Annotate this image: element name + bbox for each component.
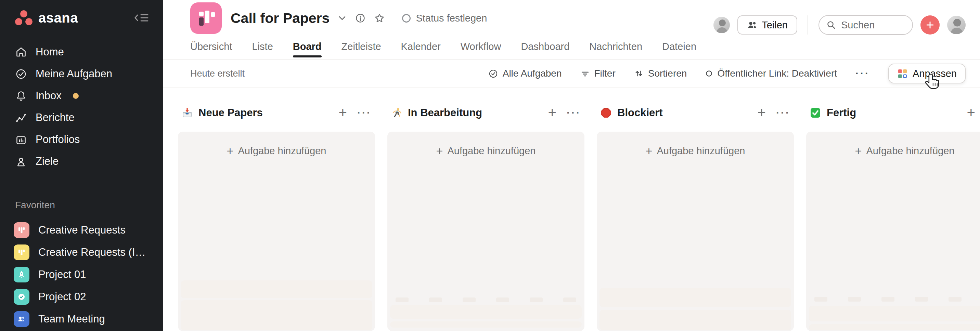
page-title: Call for Papers (231, 10, 329, 26)
star-icon[interactable] (374, 13, 385, 24)
add-task-icon[interactable]: + (339, 106, 347, 120)
plus-icon (926, 21, 934, 29)
plus-icon: + (436, 146, 443, 156)
search-bar[interactable] (818, 15, 913, 35)
sidebar-item-berichte[interactable]: Berichte (0, 107, 163, 128)
sidebar-favorite-project-01[interactable]: Project 01 (0, 263, 163, 285)
favorite-label: Creative Requests (38, 224, 126, 236)
filter-icon (580, 69, 590, 78)
chevron-down-icon[interactable] (338, 14, 347, 22)
user-avatar[interactable] (947, 16, 966, 34)
project-tabs: Übersicht Liste Board Zeitleiste Kalende… (163, 34, 980, 60)
column-body: + Aufgabe hinzufügen (597, 131, 794, 331)
home-icon (15, 46, 27, 58)
collaborator-avatar[interactable] (713, 17, 730, 33)
filter-button[interactable]: Filter (580, 68, 616, 79)
create-button[interactable] (920, 15, 940, 35)
tab-workflow[interactable]: Workflow (461, 34, 501, 59)
asana-logo[interactable]: asana (15, 10, 78, 25)
column-header: In Bearbeitung + ··· (387, 103, 584, 122)
asana-logo-text: asana (38, 10, 78, 25)
add-task-button[interactable]: + Aufgabe hinzufügen (646, 141, 745, 160)
sidebar-item-home[interactable]: Home (0, 41, 163, 63)
all-tasks-filter[interactable]: Alle Aufgaben (488, 68, 562, 79)
toolbar-overflow-icon[interactable]: ··· (856, 68, 870, 79)
tab-uebersicht[interactable]: Übersicht (190, 34, 232, 59)
sidebar-favorite-team-meeting[interactable]: Team Meeting (0, 308, 163, 330)
sidebar-item-label: Portfolios (36, 133, 80, 146)
sidebar-item-meine-aufgaben[interactable]: Meine Aufgaben (0, 63, 163, 85)
tab-board[interactable]: Board (293, 34, 321, 59)
app-window: asana Home Meine Aufgaben Inbox (0, 0, 980, 331)
sidebar-logo-row: asana (0, 8, 163, 27)
add-task-label: Aufgabe hinzufügen (657, 145, 745, 157)
column-menu-icon[interactable]: ··· (776, 107, 791, 119)
add-task-button[interactable]: + Aufgabe hinzufügen (436, 141, 536, 160)
column-title[interactable]: Neue Papers (199, 107, 333, 119)
column-title[interactable]: Blockiert (617, 107, 752, 119)
main-content: Call for Papers Status festlegen (163, 0, 980, 331)
column-menu-icon[interactable]: ··· (566, 107, 581, 119)
tab-nachrichten[interactable]: Nachrichten (589, 34, 642, 59)
set-status-button[interactable]: Status festlegen (402, 13, 487, 24)
favorite-label: Project 02 (38, 291, 86, 303)
rocket-project-icon (14, 267, 29, 282)
tab-dashboard[interactable]: Dashboard (521, 34, 570, 59)
sidebar-item-ziele[interactable]: Ziele (0, 150, 163, 172)
asana-logo-icon (15, 10, 32, 25)
column-body: + Aufgabe hinzufügen (178, 131, 375, 331)
add-task-label: Aufgabe hinzufügen (447, 145, 536, 157)
customize-button[interactable]: Anpassen (888, 63, 966, 84)
tab-liste[interactable]: Liste (252, 34, 273, 59)
tab-kalender[interactable]: Kalender (401, 34, 441, 59)
sidebar-favorite-project-02[interactable]: Project 02 (0, 285, 163, 308)
board-toolbar: Heute erstellt Alle Aufgaben Filter Sort… (163, 60, 980, 88)
add-task-icon[interactable]: + (757, 106, 766, 120)
share-button[interactable]: Teilen (737, 15, 797, 35)
add-task-button[interactable]: + Aufgabe hinzufügen (855, 141, 955, 160)
sidebar-item-label: Meine Aufgaben (36, 68, 112, 80)
column-body: + Aufgabe hinzufügen (387, 131, 584, 331)
check-mark-icon (810, 107, 821, 119)
add-task-label: Aufgabe hinzufügen (866, 145, 955, 157)
sort-arrows-icon (634, 69, 644, 78)
favorites-section-label: Favoriten (15, 200, 163, 211)
info-icon[interactable] (355, 13, 366, 24)
board-project-icon (14, 244, 29, 260)
skeleton-card (809, 306, 980, 321)
project-title-group: Call for Papers Status festlegen (190, 2, 487, 34)
sidebar-item-portfolios[interactable]: Portfolios (0, 128, 163, 150)
skeleton-card (815, 297, 980, 302)
people-icon (747, 20, 757, 30)
tab-dateien[interactable]: Dateien (662, 34, 696, 59)
header-divider (808, 15, 808, 35)
board-column-fertig: Fertig + ··· + Aufgabe hinzufügen (806, 103, 980, 331)
circle-icon (705, 70, 713, 77)
column-menu-icon[interactable]: ··· (357, 107, 372, 119)
favorite-label: Creative Requests (I… (38, 246, 146, 258)
sort-button[interactable]: Sortieren (634, 68, 687, 79)
inbox-tray-icon (181, 107, 193, 119)
skeleton-card (809, 324, 980, 330)
add-task-icon[interactable]: + (967, 106, 975, 120)
inbox-unread-dot (73, 93, 79, 99)
add-task-button[interactable]: + Aufgabe hinzufügen (227, 141, 326, 160)
column-title[interactable]: Fertig (827, 107, 961, 119)
column-title[interactable]: In Bearbeitung (408, 107, 542, 119)
project-board-icon[interactable] (190, 2, 222, 34)
public-link-button[interactable]: Öffentlicher Link: Deaktiviert (705, 68, 837, 79)
add-task-label: Aufgabe hinzufügen (238, 145, 326, 157)
collapse-sidebar-icon[interactable] (134, 12, 149, 24)
sidebar-nav: Home Meine Aufgaben Inbox Berichte Portf… (0, 41, 163, 172)
tab-zeitleiste[interactable]: Zeitleiste (342, 34, 381, 59)
favorite-label: Team Meeting (38, 313, 105, 325)
search-input[interactable] (841, 19, 903, 31)
share-button-label: Teilen (762, 19, 788, 31)
add-task-icon[interactable]: + (548, 106, 556, 120)
sidebar-favorite-creative-requests-2[interactable]: Creative Requests (I… (0, 241, 163, 263)
created-today-label: Heute erstellt (190, 68, 245, 79)
board-column-neue-papers: Neue Papers + ··· + Aufgabe hinzufügen (178, 103, 375, 331)
sidebar-item-inbox[interactable]: Inbox (0, 85, 163, 107)
sidebar-favorite-creative-requests[interactable]: Creative Requests (0, 219, 163, 241)
favorite-label: Project 01 (38, 268, 86, 281)
